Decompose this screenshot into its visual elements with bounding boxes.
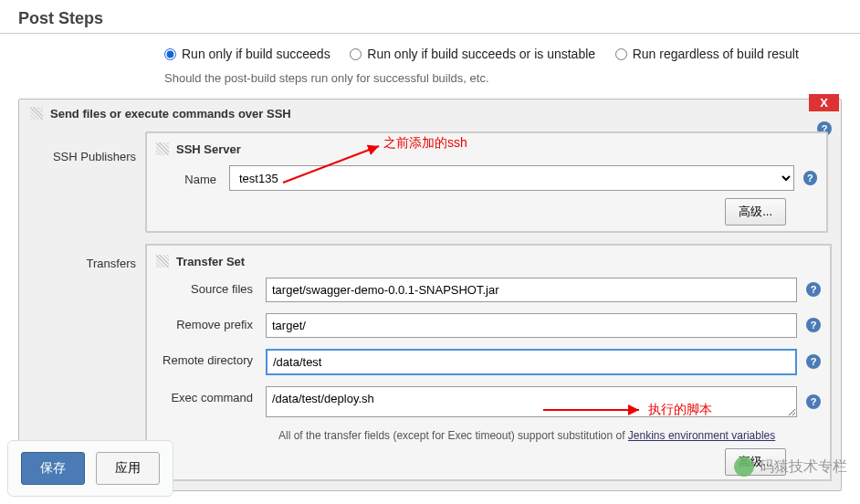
action-bar: 保存 应用 [7, 440, 173, 497]
transfer-set-panel: Transfer Set Source files ? Remove prefi… [145, 244, 832, 482]
help-icon[interactable]: ? [803, 171, 817, 185]
ssh-server-panel: SSH Server Name test135 ? 高级... [145, 131, 828, 233]
help-icon[interactable]: ? [806, 394, 821, 409]
exec-command-input[interactable]: /data/test/deploy.sh [266, 386, 797, 417]
help-icon[interactable]: ? [806, 318, 821, 332]
transfer-hint: All of the transfer fields (except for E… [278, 428, 821, 444]
hint-text-pre: All of the transfer fields (except for E… [278, 429, 628, 442]
drag-handle-icon[interactable] [156, 255, 169, 268]
run-condition-radios: Run only if build succeeds Run only if b… [0, 34, 860, 68]
radio-regardless[interactable]: Run regardless of build result [615, 47, 799, 61]
save-button[interactable]: 保存 [21, 452, 85, 485]
help-icon[interactable]: ? [806, 282, 821, 297]
source-files-input[interactable] [266, 278, 797, 302]
remove-prefix-input[interactable] [266, 313, 797, 338]
drag-handle-icon[interactable] [156, 142, 169, 155]
radio-unstable-label: Run only if build succeeds or is unstabl… [367, 47, 595, 61]
section-title: Post Steps [0, 0, 860, 34]
drag-handle-icon[interactable] [30, 107, 43, 120]
radio-succeeds-input[interactable] [164, 48, 176, 60]
ssh-server-title: SSH Server [176, 142, 241, 156]
panel-title: Send files or execute commands over SSH [50, 107, 291, 121]
help-icon[interactable]: ? [806, 354, 821, 369]
watermark-text: 码猿技术专栏 [760, 457, 847, 477]
watermark: 码猿技术专栏 [734, 457, 847, 477]
radio-regardless-input[interactable] [615, 48, 627, 60]
radio-regardless-label: Run regardless of build result [633, 47, 799, 61]
transfer-set-title: Transfer Set [176, 255, 245, 268]
name-label: Name [156, 169, 229, 186]
advanced-button[interactable]: 高级... [725, 198, 786, 226]
radio-succeeds-label: Run only if build succeeds [182, 47, 330, 61]
radio-succeeds[interactable]: Run only if build succeeds [164, 47, 330, 61]
panel-header: Send files or execute commands over SSH [19, 100, 841, 128]
watermark-icon [734, 457, 754, 477]
radio-unstable[interactable]: Run only if build succeeds or is unstabl… [350, 47, 595, 61]
ssh-publisher-panel: X ? Send files or execute commands over … [18, 99, 842, 492]
radio-description: Should the post-build steps run only for… [0, 68, 860, 94]
radio-unstable-input[interactable] [350, 48, 362, 60]
transfer-set-header: Transfer Set [156, 255, 821, 268]
remove-prefix-label: Remove prefix [156, 313, 266, 331]
ssh-name-select[interactable]: test135 [229, 165, 794, 191]
ssh-publishers-label: SSH Publishers [45, 131, 145, 233]
apply-button[interactable]: 应用 [96, 452, 160, 485]
ssh-server-header: SSH Server [156, 142, 817, 156]
exec-command-label: Exec command [156, 386, 266, 404]
remote-directory-label: Remote directory [156, 349, 266, 367]
source-files-label: Source files [156, 278, 266, 296]
close-icon[interactable]: X [809, 94, 839, 111]
remote-directory-input[interactable] [266, 349, 797, 375]
env-vars-link[interactable]: Jenkins environment variables [628, 429, 775, 442]
